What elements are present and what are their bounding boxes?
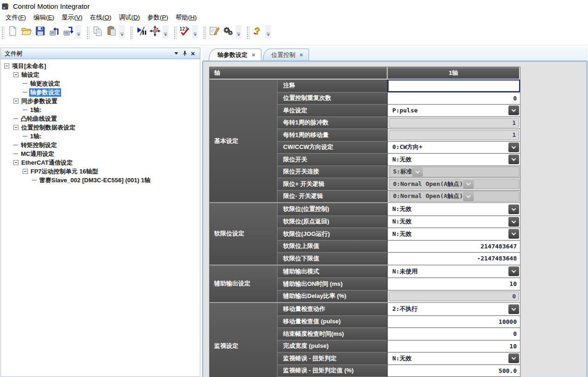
param-value-cell[interactable]: 2147483647 — [388, 240, 520, 253]
comment-text-input[interactable] — [388, 80, 520, 92]
dropdown-select[interactable]: 2:不执行 — [388, 303, 520, 315]
dropdown-select[interactable]: N:无效 — [388, 216, 520, 228]
toolbar-grip-handle[interactable] — [246, 26, 249, 39]
tab-close-icon[interactable]: × — [252, 51, 255, 58]
chevron-down-icon[interactable] — [172, 50, 180, 57]
param-value-cell[interactable]: 0:Normal Open(A触点) — [388, 190, 520, 203]
tab-inactive[interactable]: 位置控制× — [263, 49, 309, 61]
param-value-cell[interactable]: 10 — [388, 340, 520, 352]
open-project-button[interactable] — [19, 25, 33, 39]
toolbar-grip-handle[interactable] — [173, 26, 176, 39]
tab-close-icon[interactable]: × — [300, 51, 303, 58]
param-value-cell[interactable]: N:无效 — [388, 216, 520, 228]
param-value-cell[interactable]: 2:不执行 — [388, 303, 520, 315]
dropdown-arrow-icon[interactable] — [508, 142, 519, 152]
param-value-cell[interactable]: 0 — [388, 328, 520, 340]
settings-gears-button[interactable] — [221, 25, 235, 39]
help-button[interactable]: ? — [251, 25, 265, 39]
menu-item-O[interactable]: 在线(O) — [86, 12, 115, 23]
tree-node[interactable]: 轴更改设定 — [1, 79, 200, 88]
run-pause-button[interactable] — [134, 25, 148, 39]
param-value-cell[interactable]: S:标准 — [388, 166, 520, 178]
toolbar-overflow-chevron-icon[interactable] — [162, 25, 168, 39]
number-input[interactable]: 0 — [388, 328, 520, 340]
axis-position-button[interactable] — [148, 25, 162, 39]
close-icon[interactable]: × — [189, 50, 197, 57]
param-value-cell[interactable]: 10000 — [388, 315, 520, 328]
number-input[interactable]: -2147483648 — [388, 253, 520, 265]
tree-node[interactable]: 转矩控制设定 — [1, 141, 200, 149]
new-file-button[interactable] — [6, 25, 19, 39]
tree-node[interactable]: 凸轮曲线设置 — [1, 114, 200, 123]
dropdown-select[interactable]: N:无效 — [388, 154, 520, 166]
tree-expander-icon[interactable] — [13, 72, 19, 77]
number-input[interactable]: 0 — [388, 93, 520, 105]
tree-node[interactable]: 位置控制数据表设定 — [1, 123, 200, 132]
param-value-cell[interactable]: N:无效 — [388, 352, 520, 365]
copy-button[interactable] — [91, 25, 105, 39]
dropdown-select[interactable]: N:无效 — [388, 203, 520, 216]
dropdown-arrow-icon[interactable] — [508, 266, 519, 276]
save-project-button[interactable] — [33, 25, 47, 39]
toolbar-overflow-chevron-icon[interactable] — [192, 25, 198, 39]
number-input[interactable]: 500.0 — [388, 365, 520, 377]
param-value-cell[interactable] — [388, 80, 520, 92]
toolbar-overflow-chevron-icon[interactable] — [265, 25, 271, 39]
toolbar-grip-handle[interactable] — [1, 26, 4, 39]
tree-node[interactable]: 1轴: — [1, 132, 200, 141]
menu-item-D[interactable]: 调试(D) — [115, 12, 144, 23]
menu-item-F[interactable]: 文件(F) — [2, 12, 30, 23]
tree-node[interactable]: 雷赛Slave_002 [DM3C-EC556] (001) 1轴 — [1, 176, 200, 185]
number-input[interactable]: 2147483647 — [388, 241, 520, 253]
dropdown-select[interactable]: N:无效 — [388, 352, 520, 365]
upload-from-device-button[interactable] — [47, 25, 61, 39]
tab-active[interactable]: 轴参数设定× — [209, 49, 261, 61]
dropdown-select[interactable]: 0:CW方向+ — [388, 142, 520, 154]
menu-item-H[interactable]: 帮助(H) — [172, 12, 201, 23]
menu-item-V[interactable]: 显示(V) — [58, 12, 86, 23]
dropdown-arrow-icon[interactable] — [508, 304, 519, 314]
param-value-cell[interactable]: 0:CW方向+ — [388, 141, 520, 154]
pin-icon[interactable] — [180, 50, 189, 57]
number-input[interactable]: 10 — [388, 278, 520, 290]
file-tree-header[interactable]: 文件树 × — [0, 48, 200, 59]
tree-node[interactable]: 同步参数设置 — [1, 97, 200, 105]
dropdown-select[interactable]: P:pulse — [388, 105, 520, 117]
toolbar-overflow-chevron-icon[interactable] — [119, 25, 125, 39]
menu-item-E[interactable]: 编辑(E) — [30, 12, 58, 23]
tree-node-selected[interactable]: 轴参数设定 — [1, 88, 200, 97]
dropdown-arrow-icon[interactable] — [508, 353, 519, 363]
param-value-cell[interactable]: 0:Normal Open(A触点) — [388, 178, 520, 190]
param-value-cell[interactable]: 0 — [388, 290, 520, 303]
number-input[interactable]: 10 — [388, 340, 520, 352]
param-value-cell[interactable]: P:pulse — [388, 104, 520, 117]
tree-node[interactable]: 1轴: — [1, 105, 200, 114]
number-input[interactable]: 10000 — [388, 316, 520, 328]
dropdown-arrow-icon[interactable] — [508, 105, 519, 115]
toolbar-grip-handle[interactable] — [203, 26, 206, 39]
tree-expander-icon[interactable] — [13, 160, 19, 165]
param-value-cell[interactable]: N:无效 — [388, 203, 520, 216]
menu-item-P[interactable]: 参数(P) — [144, 12, 172, 23]
tree-node[interactable]: EtherCAT通信设定 — [1, 158, 200, 167]
toolbar-grip-handle[interactable] — [130, 26, 133, 39]
param-value-cell[interactable]: 1 — [388, 117, 520, 129]
param-value-cell[interactable]: N:无效 — [388, 228, 520, 240]
dropdown-select[interactable]: N:未使用 — [388, 266, 520, 278]
tree-node[interactable]: 轴设定 — [1, 70, 200, 79]
param-value-cell[interactable]: 1 — [388, 129, 520, 141]
param-value-cell[interactable]: 0 — [388, 92, 520, 105]
paste-button[interactable] — [105, 25, 118, 39]
verify-parameters-button[interactable]: 123 — [178, 25, 192, 39]
edit-parameters-button[interactable] — [207, 25, 221, 39]
toolbar-grip-handle[interactable] — [86, 26, 89, 39]
tree-node[interactable]: FP7运动控制单元 16轴型 — [1, 167, 200, 176]
param-value-cell[interactable]: N:无效 — [388, 153, 520, 166]
tree-node[interactable]: 项目[未命名] — [1, 62, 200, 70]
param-value-cell[interactable]: -2147483648 — [388, 252, 520, 265]
param-value-cell[interactable]: 500.0 — [388, 365, 520, 377]
dropdown-arrow-icon[interactable] — [508, 204, 519, 214]
param-value-cell[interactable]: N:未使用 — [388, 266, 520, 278]
dropdown-arrow-icon[interactable] — [508, 217, 519, 227]
download-to-device-button[interactable] — [61, 25, 75, 39]
